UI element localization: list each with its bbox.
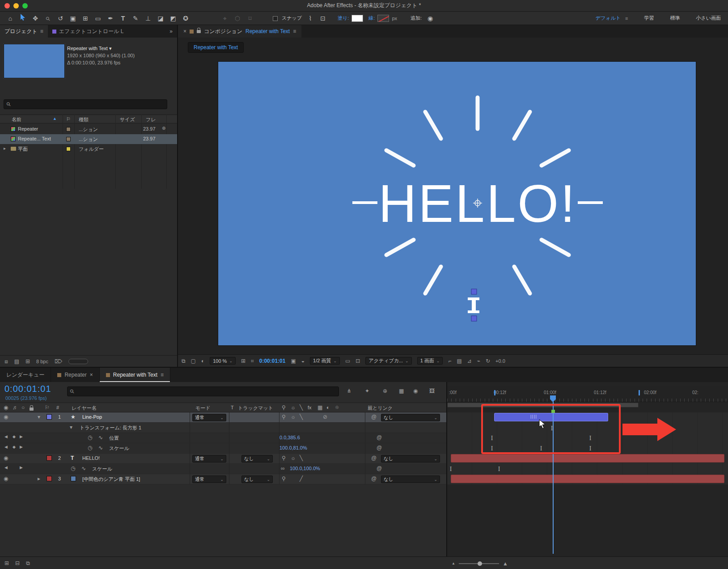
pickwhip-icon[interactable]: @ xyxy=(377,435,382,440)
fill-color-swatch[interactable] xyxy=(351,15,363,22)
stopwatch-icon[interactable]: ◷ xyxy=(88,445,92,450)
view-count-dropdown[interactable]: 1 画面⌄ xyxy=(417,357,443,365)
number-column-icon[interactable]: # xyxy=(56,405,59,410)
property-row-position[interactable]: ◀ ◆ ▶ ◷ ∿ 位置 0.0,385.6 @ xyxy=(0,433,446,443)
add-keyframe-icon[interactable]: ◆ xyxy=(13,435,16,439)
view-layout-icon[interactable]: ⧉ xyxy=(182,358,186,364)
layer-name[interactable]: HELLO! xyxy=(82,455,100,461)
next-keyframe-icon[interactable]: ▶ xyxy=(20,466,23,470)
snap-bounds-icon[interactable]: ⊡ xyxy=(317,13,329,24)
layer-name[interactable]: [中間色のシアン青 平面 1] xyxy=(82,476,140,483)
stopwatch-icon[interactable]: ◷ xyxy=(71,466,75,471)
label-color-swatch[interactable] xyxy=(66,137,71,141)
viewer-timecode[interactable]: 0:00:01:01 xyxy=(259,358,286,364)
prev-keyframe-icon[interactable]: ◀ xyxy=(4,445,8,449)
next-keyframe-icon[interactable]: ▶ xyxy=(20,435,23,439)
eye-icon[interactable]: ◉ xyxy=(4,455,8,461)
pickwhip-icon[interactable]: @ xyxy=(371,414,377,420)
parent-link-column[interactable]: 親とリンク xyxy=(368,405,393,412)
expand-folder-icon[interactable]: ▸ xyxy=(4,146,6,151)
roto-brush-tool[interactable]: ◩ xyxy=(167,13,179,24)
title-action-safe-icon[interactable]: ⌗ xyxy=(251,358,254,364)
property-row-scale-shape[interactable]: ◀ ◆ ▶ ◷ ∿ スケール 100.0,81.0% @ xyxy=(0,443,446,454)
mode-column[interactable]: モード xyxy=(195,405,211,412)
rgb-curves-icon[interactable]: ⌁ xyxy=(477,358,480,364)
workspace-menu-icon[interactable]: ≡ xyxy=(625,16,628,21)
graph-icon[interactable]: ∿ xyxy=(98,435,103,440)
layer-name-column[interactable]: レイヤー名 xyxy=(72,405,97,412)
close-window-button[interactable] xyxy=(4,3,10,8)
current-timecode[interactable]: 0:00:01:01 xyxy=(4,384,51,394)
zoom-slider-knob[interactable] xyxy=(478,561,482,566)
camera-tool[interactable]: ▣ xyxy=(67,13,79,24)
blend-mode-dropdown[interactable]: 通常⌄ xyxy=(192,476,226,483)
layer-row-hello[interactable]: ◉ 2 T HELLO! 通常⌄ なし⌄ ⚲ ☼ ╲ @ なし⌄ xyxy=(0,454,446,464)
project-item-row[interactable]: Repeater ...ション 23.97 ⊕ xyxy=(0,124,177,134)
time-ruler[interactable]: :00f 00:12f 01:00f 01:12f 02:00f 02: xyxy=(447,386,728,402)
comp-marker-in[interactable] xyxy=(494,390,495,395)
stroke-label[interactable]: 線: xyxy=(368,15,375,21)
fullscreen-window-button[interactable] xyxy=(22,3,28,8)
clone-stamp-tool[interactable]: ⊥ xyxy=(142,13,154,24)
pickwhip-icon[interactable]: @ xyxy=(377,445,382,450)
sort-ascending-icon[interactable]: ▲ xyxy=(53,116,57,121)
column-label-icon[interactable]: ⚐ xyxy=(66,116,71,122)
timeline-track-area[interactable]: :00f 00:12f 01:00f 01:12f 02:00f 02: |||… xyxy=(446,382,728,557)
eye-icon[interactable]: ◉ xyxy=(4,476,8,481)
blend-mode-dropdown[interactable]: 通常⌄ xyxy=(192,414,226,421)
property-label[interactable]: スケール xyxy=(92,466,112,472)
fill-label[interactable]: 塗り: xyxy=(338,15,349,21)
puppet-pin-tool[interactable]: ✪ xyxy=(180,13,191,24)
label-color-swatch[interactable] xyxy=(66,127,71,132)
panel-menu-icon[interactable]: ≡ xyxy=(40,28,43,34)
expand-arrow-icon[interactable]: ▾ xyxy=(70,425,72,430)
column-type[interactable]: 種類 xyxy=(79,116,89,123)
column-divider[interactable] xyxy=(190,412,190,484)
expand-arrow-icon[interactable]: ▸ xyxy=(38,476,40,481)
project-search-input[interactable]: ⚲ xyxy=(4,99,167,109)
layer-name[interactable]: Line-Pop xyxy=(82,414,102,420)
graph-editor-icon[interactable]: 🖾 xyxy=(429,388,435,394)
property-group-label[interactable]: トランスフォーム: 長方形 1 xyxy=(80,425,141,431)
snapshot-icon[interactable]: ▣ xyxy=(291,358,296,364)
tab-comp-repeater[interactable]: Repeater × xyxy=(51,368,99,382)
label-column-icon[interactable]: ⚐ xyxy=(45,405,50,410)
workspace-default[interactable]: デフォルト xyxy=(596,15,621,21)
brainstorm-icon[interactable]: ◉ xyxy=(413,388,418,394)
camera-dropdown[interactable]: アクティブカ...⌄ xyxy=(365,357,411,365)
pickwhip-icon[interactable]: @ xyxy=(371,455,377,461)
eye-icon[interactable]: ◉ xyxy=(4,414,8,420)
frame-blend-switch-icon[interactable]: ╱ xyxy=(300,476,303,481)
item-name[interactable]: Repeater xyxy=(18,126,38,132)
effects-switch-icon[interactable]: ☼ xyxy=(291,414,296,420)
new-folder-icon[interactable]: ▤ xyxy=(14,359,19,364)
parent-dropdown[interactable]: なし⌄ xyxy=(381,455,440,463)
panel-menu-icon[interactable]: ≡ xyxy=(293,28,296,34)
pickwhip-icon[interactable]: @ xyxy=(377,466,382,471)
show-snapshot-icon[interactable]: ◒ xyxy=(301,358,305,364)
home-icon[interactable]: ⌂ xyxy=(4,13,16,24)
tab-project[interactable]: プロジェクト ≡ xyxy=(0,25,48,38)
composition-title[interactable]: Repeater with Text ▾ xyxy=(67,45,135,52)
solo-column-icon[interactable]: ○ xyxy=(21,405,25,410)
layer-row-line-pop[interactable]: ◉ ▾ 1 ★ Line-Pop 通常⌄ ⚲ ☼ ╲ ⊘ @ なし⌄ xyxy=(0,412,446,423)
effects-switch-icon[interactable]: ☼ xyxy=(291,455,296,461)
new-composition-icon[interactable]: ⊞ xyxy=(25,359,30,364)
tab-render-queue[interactable]: レンダーキュー xyxy=(0,368,51,382)
timeline-search-input[interactable]: ⚲ xyxy=(67,386,339,396)
next-keyframe-icon[interactable]: ▶ xyxy=(20,445,23,449)
monitor-icon[interactable]: ▢ xyxy=(191,358,196,364)
selected-shape[interactable] xyxy=(468,289,479,321)
property-label[interactable]: スケール xyxy=(109,445,129,452)
expand-arrow-icon[interactable]: ▾ xyxy=(38,414,40,420)
graph-icon[interactable]: ∿ xyxy=(98,445,103,450)
tab-comp-repeater-with-text[interactable]: Repeater with Text ≡ xyxy=(100,368,170,382)
minimize-window-button[interactable] xyxy=(13,3,19,8)
channels-icon[interactable]: ◐ xyxy=(201,358,204,364)
graph-icon[interactable]: ∿ xyxy=(81,466,86,471)
quality-switch-icon[interactable]: ⚲ xyxy=(282,414,286,420)
pickwhip-icon[interactable]: @ xyxy=(371,476,377,481)
tab-overflow-icon[interactable]: » xyxy=(165,25,177,38)
composition-thumbnail[interactable] xyxy=(4,44,65,78)
type-tool[interactable]: T xyxy=(117,13,129,24)
